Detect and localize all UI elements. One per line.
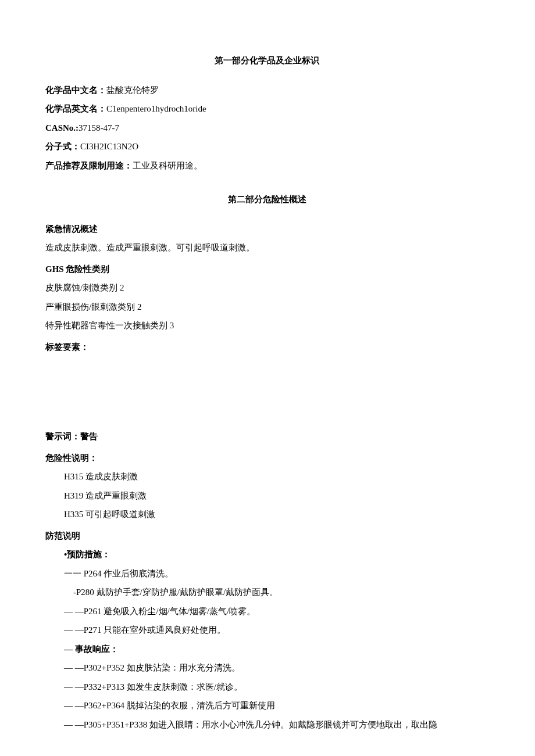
response-subheading-text: — 事故响应： [64, 644, 119, 654]
label-elements-heading: 标签要素： [45, 339, 488, 356]
prevention-subheading-text: •预防措施： [64, 550, 110, 559]
chemical-name-en-value: C1enpentero1hydroch1oride [106, 104, 206, 113]
response-subheading: — 事故响应： [45, 641, 488, 658]
use-label: 产品推荐及限制用途： [45, 161, 133, 170]
response-item-3: — —P362+P364 脱掉沾染的衣服，清洗后方可重新使用 [45, 697, 488, 714]
hazard-item-2: H319 造成严重眼刺激 [45, 488, 488, 504]
signal-word-value: 警告 [80, 432, 98, 441]
cas-no-value: 37158-47-7 [79, 123, 119, 132]
prevention-subheading: •预防措施： [45, 546, 488, 563]
pictogram-placeholder [45, 357, 488, 426]
cas-no-label: CASNo.: [45, 123, 79, 132]
ghs-item-2: 严重眼损伤/眼刺激类别 2 [45, 299, 488, 316]
chemical-name-cn-value: 盐酸克伦特罗 [106, 85, 159, 95]
cas-no-line: CASNo.:37158-47-7 [45, 120, 488, 137]
prevention-item-1: 一一 P264 作业后彻底清洗。 [45, 565, 488, 582]
section2-title: 第二部分危险性概述 [45, 191, 488, 208]
prevention-item-3: — —P261 避免吸入粉尘/烟/气体/烟雾/蒸气/喷雾。 [45, 603, 488, 620]
ghs-category-heading: GHS 危险性类别 [45, 261, 488, 278]
use-value: 工业及科研用途。 [133, 161, 202, 170]
ghs-item-3: 特异性靶器官毒性一次接触类别 3 [45, 317, 488, 334]
document-page: 第一部分化学品及企业标识 化学品中文名：盐酸克伦特罗 化学品英文名：C1enpe… [0, 0, 535, 756]
signal-word-label: 警示词： [45, 432, 80, 441]
chemical-name-en-label: 化学品英文名： [45, 104, 106, 113]
precaution-heading: 防范说明 [45, 528, 488, 544]
use-line: 产品推荐及限制用途：工业及科研用途。 [45, 157, 488, 174]
ghs-item-1: 皮肤腐蚀/刺激类别 2 [45, 280, 488, 296]
hazard-statement-heading: 危险性说明： [45, 450, 488, 467]
formula-label: 分子式： [45, 142, 80, 151]
hazard-item-3: H335 可引起呼吸道刺激 [45, 506, 488, 523]
response-item-2: — —P332+P313 如发生皮肤刺激：求医/就诊。 [45, 679, 488, 696]
emergency-overview-heading: 紧急情况概述 [45, 221, 488, 238]
chemical-name-cn-line: 化学品中文名：盐酸克伦特罗 [45, 82, 488, 99]
formula-line: 分子式：CI3H2IC13N2O [45, 138, 488, 155]
formula-value: CI3H2IC13N2O [80, 142, 138, 151]
signal-word-line: 警示词：警告 [45, 428, 488, 445]
response-item-4: — —P305+P351+P338 如进入眼睛：用水小心冲洗几分钟。如戴隐形眼镜… [45, 716, 488, 733]
chemical-name-en-line: 化学品英文名：C1enpentero1hydroch1oride [45, 101, 488, 117]
prevention-item-4: — —P271 只能在室外或通风良好处使用。 [45, 622, 488, 639]
response-item-1: — —P302+P352 如皮肤沾染：用水充分清洗。 [45, 660, 488, 676]
chemical-name-cn-label: 化学品中文名： [45, 85, 106, 95]
prevention-item-2: -P280 戴防护手套/穿防护服/戴防护眼罩/戴防护面具。 [45, 584, 488, 601]
section1-title: 第一部分化学品及企业标识 [45, 52, 488, 69]
hazard-item-1: H315 造成皮肤刺激 [45, 468, 488, 485]
emergency-overview-text: 造成皮肤刺激。造成严重眼刺激。可引起呼吸道刺激。 [45, 239, 488, 256]
